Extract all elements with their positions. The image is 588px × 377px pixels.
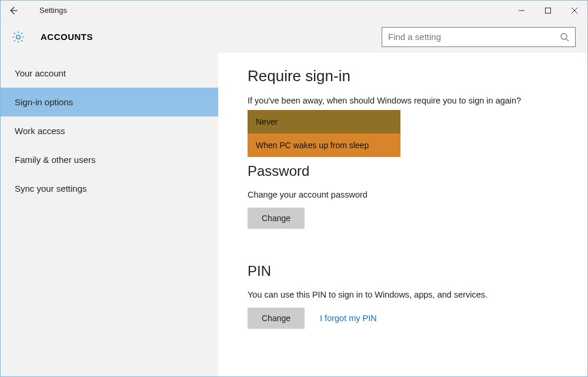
gear-icon bbox=[11, 30, 25, 44]
search-input[interactable] bbox=[388, 32, 560, 42]
sidebar-item-sign-in-options[interactable]: Sign-in options bbox=[1, 88, 218, 116]
back-button[interactable] bbox=[1, 1, 25, 21]
dropdown-option-never[interactable]: Never bbox=[248, 110, 400, 134]
svg-rect-1 bbox=[545, 8, 550, 13]
require-signin-description: If you've been away, when should Windows… bbox=[248, 96, 558, 105]
pin-description: You can use this PIN to sign in to Windo… bbox=[248, 290, 558, 299]
window-title: Settings bbox=[25, 6, 67, 15]
change-password-button[interactable]: Change bbox=[248, 208, 305, 229]
sidebar-item-your-account[interactable]: Your account bbox=[1, 59, 218, 88]
search-icon bbox=[560, 32, 569, 42]
maximize-button[interactable] bbox=[534, 1, 561, 21]
minimize-button[interactable] bbox=[508, 1, 534, 21]
titlebar: Settings bbox=[1, 1, 587, 21]
sidebar-item-sync-your-settings[interactable]: Sync your settings bbox=[1, 174, 218, 203]
forgot-pin-link[interactable]: I forgot my PIN bbox=[320, 313, 377, 323]
sidebar: Your account Sign-in options Work access… bbox=[1, 53, 218, 376]
password-description: Change your account password bbox=[248, 190, 558, 199]
page-header: ACCOUNTS bbox=[1, 21, 587, 53]
svg-line-6 bbox=[566, 39, 569, 41]
sidebar-item-family-other-users[interactable]: Family & other users bbox=[1, 145, 218, 174]
change-pin-button[interactable]: Change bbox=[248, 308, 305, 329]
content-pane: Require sign-in If you've been away, whe… bbox=[218, 53, 587, 376]
svg-point-5 bbox=[561, 34, 567, 39]
section-heading-pin: PIN bbox=[248, 263, 558, 279]
search-box[interactable] bbox=[382, 27, 576, 47]
section-heading-password: Password bbox=[248, 163, 558, 179]
svg-point-4 bbox=[16, 35, 20, 38]
sidebar-item-work-access[interactable]: Work access bbox=[1, 116, 218, 145]
close-button[interactable] bbox=[561, 1, 587, 21]
page-title: ACCOUNTS bbox=[41, 32, 93, 42]
dropdown-option-when-pc-wakes[interactable]: When PC wakes up from sleep bbox=[248, 134, 400, 157]
section-heading-require-signin: Require sign-in bbox=[248, 67, 558, 85]
require-signin-dropdown[interactable]: Never When PC wakes up from sleep bbox=[248, 110, 400, 157]
